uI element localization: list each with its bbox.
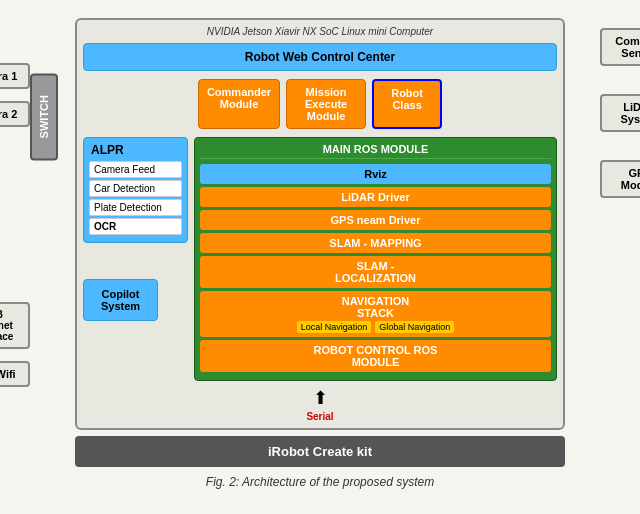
nav-stack-item: NAVIGATION STACK Local Navigation Global… [200,291,551,337]
robot-class-module: Robot Class [372,79,442,129]
camera2-label: Camera 2 [0,108,17,120]
robot-class-label: Robot Class [391,87,423,111]
diagram-inner: Camera 1 Camera 2 SWITCH USB Ethernet In… [75,8,565,467]
gps-sensor-box: GPS Module [600,160,640,198]
ocr-item: OCR [89,218,182,235]
main-container: Camera 1 Camera 2 SWITCH USB Ethernet In… [0,0,640,514]
switch-box: SWITCH [30,73,58,160]
usb-area: ⬆ Serial [83,387,557,422]
commander-module: Commander Module [198,79,280,129]
ros-title: MAIN ROS MODULE [200,143,551,159]
irobot-bar: iRobot Create kit [75,436,565,467]
irobot-label: iRobot Create kit [268,444,372,459]
nav-stack-title: NAVIGATION STACK [206,295,545,319]
gps-label: GPS Module [621,167,640,191]
lidar-sensor-box: LiDAR System [600,94,640,132]
nav-global-item: Global Navigation [375,321,454,333]
middle-section: ALPR Camera Feed Car Detection Plate Det… [83,137,557,381]
slam-loc-item: SLAM - LOCALIZATION [200,256,551,288]
alpr-column: ALPR Camera Feed Car Detection Plate Det… [83,137,188,381]
nvidia-label: NVIDIA Jetson Xiavir NX SoC Linux mini C… [83,26,557,37]
camera2-box: Camera 2 [0,101,30,127]
alpr-section: ALPR Camera Feed Car Detection Plate Det… [83,137,188,243]
usb-wifi-box: USB Wifi [0,361,30,387]
copilot-section: Copilot System [83,279,158,321]
serial-bottom-label: Serial [83,411,557,422]
compass-label: Compass Sensor [615,35,640,59]
camera1-box: Camera 1 [0,63,30,89]
alpr-title: ALPR [89,143,182,157]
robot-control-item: ROBOT CONTROL ROS MODULE [200,340,551,372]
top-modules: Commander Module Mission Execute Module … [83,79,557,129]
usb-eth-box: USB Ethernet Interface [0,302,30,349]
slam-mapping-item: SLAM - MAPPING [200,233,551,253]
gps-driver-item: GPS neam Driver [200,210,551,230]
mission-label: Mission Execute Module [305,86,347,122]
left-devices: Camera 1 Camera 2 [0,63,30,127]
nav-stack-sub: Local Navigation Global Navigation [206,321,545,333]
usb-wifi-label: USB Wifi [0,368,16,380]
commander-label: Commander Module [207,86,271,110]
lidar-label: LiDAR System [620,101,640,125]
switch-label: SWITCH [38,95,50,138]
camera-feed-item: Camera Feed [89,161,182,178]
compass-sensor-box: Compass Sensor [600,28,640,66]
right-sensors: Compass Sensor LiDAR System GPS Module [600,28,640,198]
car-detection-item: Car Detection [89,180,182,197]
mission-module: Mission Execute Module [286,79,366,129]
usb-symbol: ⬆ [83,387,557,409]
caption: Fig. 2: Architecture of the proposed sys… [206,475,434,489]
nvidia-box: NVIDIA Jetson Xiavir NX SoC Linux mini C… [75,18,565,430]
plate-detection-item: Plate Detection [89,199,182,216]
whole-diagram: Camera 1 Camera 2 SWITCH USB Ethernet In… [10,8,630,489]
nav-local-item: Local Navigation [297,321,372,333]
camera1-label: Camera 1 [0,70,17,82]
rviz-item: Rviz [200,164,551,184]
rwcc-bar: Robot Web Control Center [83,43,557,71]
usb-eth-label: USB Ethernet Interface [0,309,13,342]
ros-module: MAIN ROS MODULE Rviz LiDAR Driver GPS ne… [194,137,557,381]
copilot-label: Copilot System [101,288,140,312]
rwcc-label: Robot Web Control Center [245,50,395,64]
bottom-left-devices: USB Ethernet Interface USB Wifi [0,302,30,387]
lidar-driver-item: LiDAR Driver [200,187,551,207]
